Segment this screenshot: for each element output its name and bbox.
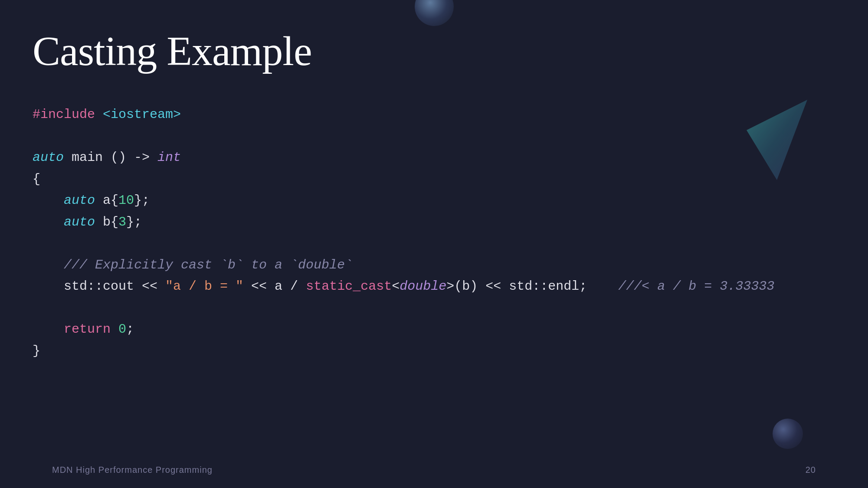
orb-top-decoration xyxy=(415,0,454,26)
code-line-varb: auto b{3}; xyxy=(33,212,774,233)
orb-bottom-decoration xyxy=(773,419,803,449)
footer: MDN High Performance Programming 20 xyxy=(0,465,868,475)
code-line-close: } xyxy=(33,341,774,362)
code-block: #include <iostream> auto main () -> int … xyxy=(33,104,774,362)
code-line-blank2 xyxy=(33,233,774,255)
code-line-open: { xyxy=(33,169,774,190)
footer-page: 20 xyxy=(806,465,816,475)
code-line-return: return 0; xyxy=(33,319,774,341)
code-line-blank3 xyxy=(33,298,774,319)
code-line-cout: std::cout << "a / b = " << a / static_ca… xyxy=(33,276,774,298)
slide-title: Casting Example xyxy=(33,27,312,75)
code-line-include: #include <iostream> xyxy=(33,104,774,126)
slide: Casting Example #include <iostream> auto… xyxy=(0,0,868,488)
code-line-comment: /// Explicitly cast `b` to a `double` xyxy=(33,255,774,276)
code-line-blank1 xyxy=(33,126,774,147)
code-line-vara: auto a{10}; xyxy=(33,190,774,212)
footer-course: MDN High Performance Programming xyxy=(52,465,213,475)
code-line-main: auto main () -> int xyxy=(33,147,774,169)
